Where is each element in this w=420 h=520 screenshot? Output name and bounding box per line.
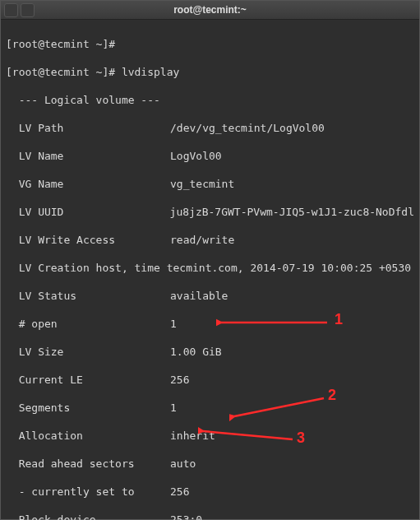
value-lv-name: LogVol00 xyxy=(170,149,222,163)
value-block: 253:0 xyxy=(170,513,202,520)
label-lv-path: LV Path xyxy=(6,121,170,135)
label-segments: Segments xyxy=(6,401,170,415)
window-titlebar: root@tecmint:~ xyxy=(1,1,419,20)
command: lvdisplay xyxy=(122,65,179,79)
label-lv-write: LV Write Access xyxy=(6,233,170,247)
prompt: [root@tecmint ~]# xyxy=(6,65,122,79)
label-lv-create: LV Creation host, time xyxy=(6,261,167,275)
label-lv-name: LV Name xyxy=(6,149,170,163)
value-lv-size: 1.00 GiB xyxy=(170,345,222,359)
section-header: --- Logical volume --- xyxy=(6,93,160,107)
window-title: root@tecmint:~ xyxy=(173,4,247,16)
value-segments: 1 xyxy=(170,401,177,415)
terminal-window: root@tecmint:~ [root@tecmint ~]# [root@t… xyxy=(0,0,420,520)
terminal-body[interactable]: [root@tecmint ~]# [root@tecmint ~]# lvdi… xyxy=(1,20,419,520)
value-read-ahead: auto xyxy=(170,457,196,471)
value-cur-set: 256 xyxy=(170,485,189,499)
label-read-ahead: Read ahead sectors xyxy=(6,457,170,471)
label-lv-uuid: LV UUID xyxy=(6,205,170,219)
label-cur-set: - currently set to xyxy=(6,485,170,499)
value-lv-path: /dev/vg_tecmint/LogVol00 xyxy=(170,121,325,135)
label-block: Block device xyxy=(6,513,170,520)
value-lv-uuid: ju8jzB-7GWT-PVwm-JIQ5-w1J1-zuc8-NoDfdl xyxy=(170,205,414,219)
value-vg-name: vg_tecmint xyxy=(170,177,234,191)
label-alloc: Allocation xyxy=(6,429,170,443)
label-vg-name: VG Name xyxy=(6,177,170,191)
value-lv-status: available xyxy=(170,289,228,303)
value-open: 1 xyxy=(170,317,177,331)
window-buttons xyxy=(4,3,35,17)
label-open: # open xyxy=(6,317,170,331)
value-lv-create: tecmint.com, 2014-07-19 10:00:25 +0530 xyxy=(167,261,411,275)
label-lv-size: LV Size xyxy=(6,345,170,359)
window-button[interactable] xyxy=(21,3,35,17)
value-alloc: inherit xyxy=(170,429,215,443)
prompt: [root@tecmint ~]# xyxy=(6,37,115,51)
label-lv-status: LV Status xyxy=(6,289,170,303)
window-button[interactable] xyxy=(4,3,18,17)
value-lv-write: read/write xyxy=(170,233,234,247)
label-cur-le: Current LE xyxy=(6,373,170,387)
value-cur-le: 256 xyxy=(170,373,189,387)
